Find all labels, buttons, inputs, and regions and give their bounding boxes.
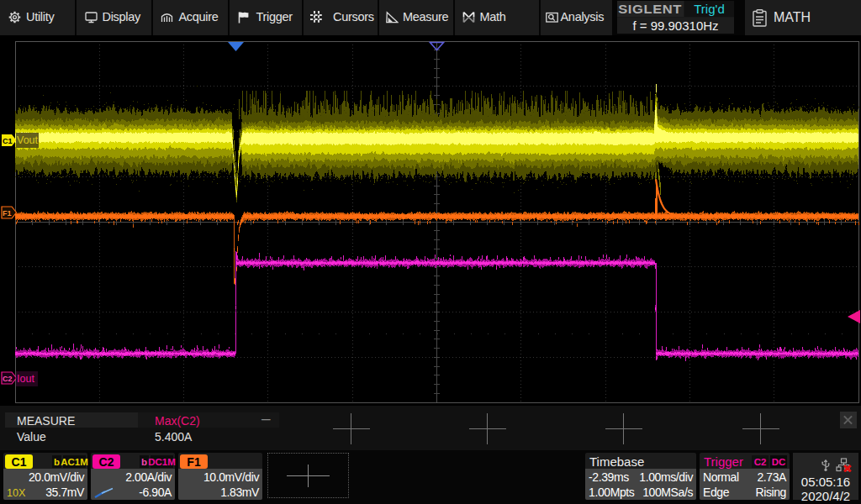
svg-text:C1: C1 — [3, 137, 13, 145]
svg-text:Vout: Vout — [17, 134, 39, 146]
svg-text:F1: F1 — [3, 209, 12, 218]
svg-text:C2: C2 — [3, 375, 13, 383]
svg-text:Iout: Iout — [17, 373, 34, 385]
